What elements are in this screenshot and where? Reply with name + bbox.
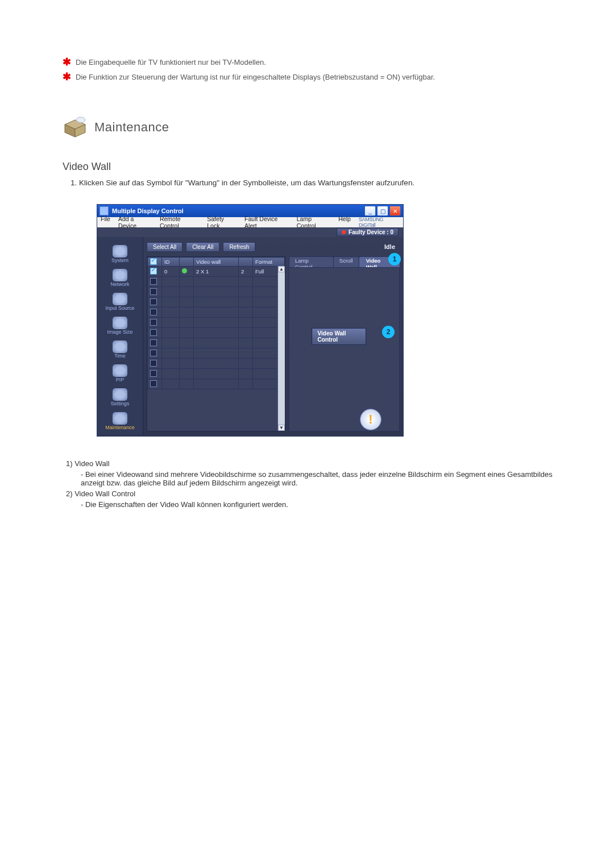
close-button[interactable]: ✕: [389, 206, 401, 216]
sidebar-item-system[interactable]: System: [100, 240, 140, 263]
table-row[interactable]: [148, 359, 285, 369]
app-icon: [99, 206, 109, 215]
sidebar-item-image-size[interactable]: Image Size: [100, 312, 140, 335]
faulty-device-badge: Faulty Device : 0: [337, 228, 399, 236]
menu-fault-alert[interactable]: Fault Device Alert: [244, 215, 289, 229]
right-panel: Lamp Control Scroll Video Wall 1 Video W…: [289, 256, 400, 431]
scroll-down-icon[interactable]: ▼: [278, 425, 285, 431]
top-notes: ✱ Die Eingabequelle für TV funktioniert …: [63, 57, 557, 82]
scroll-up-icon[interactable]: ▲: [278, 266, 285, 272]
pip-icon: [113, 364, 127, 377]
col-status: [180, 258, 194, 267]
legend-2-title: Video Wall Control: [74, 489, 135, 498]
col-id[interactable]: ID: [162, 258, 180, 267]
app-window: Multiple Display Control _ ▢ ✕ File Add …: [97, 204, 404, 437]
alert-dot-icon: [342, 230, 346, 234]
menu-lamp-control[interactable]: Lamp Control: [297, 215, 331, 229]
gear-icon: [113, 245, 127, 258]
tab-lamp-control[interactable]: Lamp Control: [289, 256, 334, 267]
minimize-button[interactable]: _: [364, 206, 376, 216]
warning-icon: !: [360, 409, 381, 430]
scrollbar[interactable]: ▲ ▼: [277, 266, 285, 431]
table-row[interactable]: [148, 379, 285, 389]
package-icon: [63, 117, 88, 138]
row-checkbox[interactable]: [150, 269, 157, 276]
row-checkbox[interactable]: [150, 362, 157, 368]
settings-icon: [113, 388, 127, 401]
row-checkbox[interactable]: [150, 341, 157, 347]
row-checkbox[interactable]: [150, 382, 157, 388]
legend-1-body: - Bei einer Videowand sind mehrere Video…: [81, 470, 557, 487]
legend: 1) Video Wall - Bei einer Videowand sind…: [63, 459, 557, 509]
annotation-1: 1: [388, 253, 401, 265]
refresh-button[interactable]: Refresh: [223, 242, 255, 252]
note-1: Die Eingabequelle für TV funktioniert nu…: [76, 57, 557, 68]
sidebar-item-maintenance[interactable]: Maintenance: [100, 408, 140, 430]
row-checkbox[interactable]: [150, 321, 157, 327]
table-row[interactable]: [148, 338, 285, 348]
row-checkbox[interactable]: [150, 372, 157, 378]
col-video-wall[interactable]: Video wall: [194, 258, 239, 267]
status-idle: Idle: [384, 243, 400, 250]
table-row[interactable]: [148, 297, 285, 308]
table-row[interactable]: [148, 308, 285, 318]
sidebar-item-settings[interactable]: Settings: [100, 384, 140, 406]
video-wall-control-button[interactable]: Video Wall Control: [312, 328, 367, 345]
section-title: Maintenance: [94, 120, 169, 135]
clear-all-button[interactable]: Clear All: [186, 242, 219, 252]
star-icon: ✱: [63, 72, 71, 82]
menu-add-device[interactable]: Add a Device: [118, 215, 152, 229]
sidebar-item-network[interactable]: Network: [100, 264, 140, 287]
row-checkbox[interactable]: [150, 331, 157, 337]
image-size-icon: [113, 317, 127, 329]
table-row[interactable]: [148, 318, 285, 328]
table-row[interactable]: 0 2 X 1 2 Full: [148, 267, 285, 277]
checkbox-header[interactable]: [150, 260, 157, 266]
table-row[interactable]: [148, 348, 285, 359]
select-all-button[interactable]: Select All: [147, 242, 182, 252]
sidebar-item-input-source[interactable]: Input Source: [100, 288, 140, 311]
menu-file[interactable]: File: [101, 215, 110, 229]
legend-1-title: Video Wall: [74, 459, 109, 468]
svg-point-3: [76, 117, 85, 123]
annotation-2: 2: [382, 326, 395, 338]
input-icon: [113, 293, 127, 305]
menu-remote-control[interactable]: Remote Control: [160, 215, 199, 229]
row-checkbox[interactable]: [150, 351, 157, 358]
legend-2-body: - Die Eigenschaften der Video Wall könne…: [81, 500, 557, 509]
toolbar: Select All Clear All Refresh Idle: [147, 240, 400, 253]
menubar: File Add a Device Remote Control Safety …: [97, 217, 403, 227]
maintenance-icon: [113, 412, 127, 425]
status-light-icon: [182, 268, 187, 273]
maximize-button[interactable]: ▢: [377, 206, 388, 216]
star-icon: ✱: [63, 57, 71, 67]
network-icon: [113, 269, 127, 281]
time-icon: [113, 340, 127, 353]
row-checkbox[interactable]: [150, 300, 157, 306]
table-row[interactable]: [148, 277, 285, 287]
window-title: Multiple Display Control: [112, 207, 184, 214]
brand-label: SAMSUNG DIGITall: [359, 217, 400, 228]
intro-text: 1. Klicken Sie auf das Symbol für "Wartu…: [63, 178, 557, 187]
subsection-title: Video Wall: [63, 161, 557, 173]
tab-strip: Lamp Control Scroll Video Wall 1: [289, 256, 400, 267]
device-table: ID Video wall Format 0 2 X 1: [147, 256, 285, 431]
menu-safety-lock[interactable]: Safety Lock: [207, 215, 237, 229]
col-format[interactable]: Format: [253, 258, 285, 267]
sidebar: System Network Input Source Image Size T…: [97, 237, 143, 435]
note-2: Die Funktion zur Steuerung der Wartung i…: [76, 72, 557, 83]
tab-scroll[interactable]: Scroll: [333, 256, 359, 267]
sidebar-item-pip[interactable]: PIP: [100, 360, 140, 383]
row-checkbox[interactable]: [150, 310, 157, 317]
table-row[interactable]: [148, 328, 285, 338]
row-checkbox[interactable]: [150, 290, 157, 296]
menu-help[interactable]: Help: [338, 215, 351, 229]
video-wall-panel: Video Wall Control 2: [289, 267, 400, 431]
main-area: Select All Clear All Refresh Idle ID: [143, 237, 403, 435]
table-row[interactable]: [148, 369, 285, 379]
sidebar-item-time[interactable]: Time: [100, 336, 140, 359]
maintenance-header: Maintenance: [63, 117, 557, 138]
table-row[interactable]: [148, 287, 285, 297]
row-checkbox[interactable]: [150, 280, 157, 286]
